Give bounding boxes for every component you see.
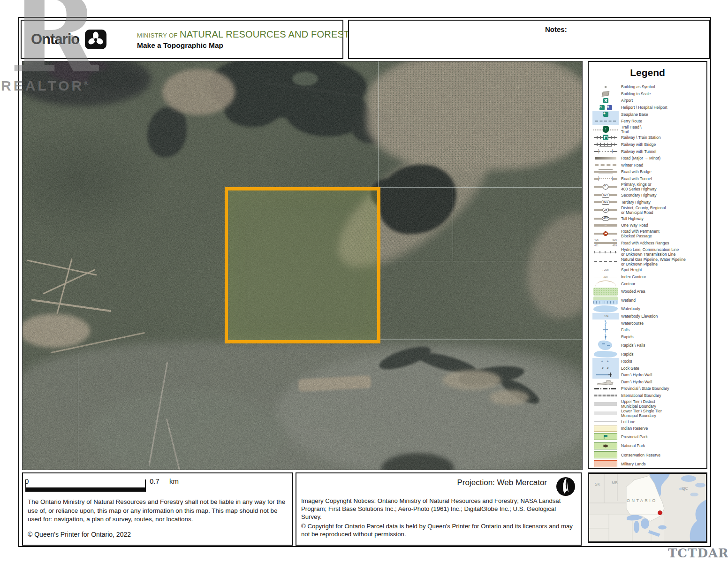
legend-item-label: Contour <box>619 282 635 286</box>
scale-tick <box>25 479 26 492</box>
locator-inset-box: SK MB ONTARIO QC <box>588 472 707 543</box>
upper-tier-icon <box>592 399 619 409</box>
wooded-icon <box>592 287 619 296</box>
legend-item-label: Seaplane Base <box>619 112 648 117</box>
legend-item-label: Road with Bridge <box>619 169 652 174</box>
legend-item: Conservation Reserve <box>592 450 705 460</box>
legend-item-label: Indian Reserve <box>619 426 648 431</box>
legend-item: < <Lock Gate <box>592 365 705 372</box>
legend-item: Building to Scale <box>592 91 705 98</box>
legend-item-label: Provincial Park <box>619 434 648 439</box>
legend-item-label: Wooded Area <box>619 289 645 294</box>
legend-item-label: Road with Address Ranges <box>619 241 669 245</box>
scale-bar <box>26 487 146 492</box>
legend-item: ↑Trail Head \Trail <box>592 125 705 135</box>
legend-item-label: Trail Head \Trail <box>619 125 642 134</box>
legend-item-label: Rocks <box>619 359 632 364</box>
trillium-icon <box>85 30 106 49</box>
legend-item-label: Road (Major → Minor) <box>619 156 660 160</box>
legend-item: Railway with Bridge <box>592 141 705 148</box>
map-sheet: Ontario MINISTRY OF NATURAL RESOURCES AN… <box>0 0 728 563</box>
legend-item-label: National Park <box>619 443 645 448</box>
contour-icon <box>592 280 619 287</box>
legend-item-label: Road with PermanentBlocked Passage <box>619 229 660 238</box>
inset-label-sk: SK <box>595 482 600 487</box>
legend-item: Lower Tier \ Single TierMunicipal Bounda… <box>592 409 705 418</box>
legend-item: Rapids <box>592 350 705 358</box>
hydro-icon <box>592 247 619 257</box>
airport-icon <box>592 97 619 104</box>
legend-item-label: Lock Gate <box>619 366 639 371</box>
ontario-wordmark: Ontario <box>31 31 79 48</box>
legend-item-label: Falls <box>619 327 629 332</box>
legend-item: 28District, County, Regionalor Municipal… <box>592 205 705 215</box>
falls-icon <box>592 327 619 334</box>
legend-item: Winter Road <box>592 161 705 168</box>
seaplane-icon: ✈ <box>592 111 619 118</box>
legend-item: Road (Major → Minor) <box>592 155 705 162</box>
waterbody-elev-icon: . 184 <box>592 313 619 320</box>
building-scale-icon <box>592 91 619 98</box>
waterbody-icon <box>592 305 619 313</box>
locator-map: SK MB ONTARIO QC <box>589 474 706 541</box>
lot-line <box>453 187 453 261</box>
scale-disclaimer-box: 0 0.7 km The Ontario Ministry of Natural… <box>22 472 293 546</box>
legend-item-label: Airport <box>619 98 633 103</box>
legend-item-label: Wetland <box>619 298 636 303</box>
road-blocked-icon <box>592 229 619 239</box>
legend-item: Rapids <box>592 334 705 341</box>
notes-label: Notes: <box>545 25 567 33</box>
legend-item: Provincial \ State Boundary <box>592 385 705 392</box>
rapids-falls-icon <box>592 340 619 350</box>
scale-unit-label: km <box>169 477 179 485</box>
lot-line <box>378 261 582 261</box>
legend-item: Natural Gas Pipeline, Water Pipelineor U… <box>592 257 705 267</box>
lower-tier-icon <box>592 409 619 418</box>
legend-item: International Boundary <box>592 392 705 399</box>
queens-printer-copyright: © Queen's Printer for Ontario, 2022 <box>28 531 131 538</box>
legend-item-label: Tertiary Highway <box>619 200 651 205</box>
legend-item: Lot Line <box>592 418 705 425</box>
legend-item-label: Ferry Route <box>619 119 642 123</box>
legend-item-label: Toll Highway <box>619 216 644 221</box>
legend-item: 7Primary, Kings or400 Series Highway <box>592 182 705 192</box>
road-bridge-icon <box>592 168 619 175</box>
ontario-logo: Ontario <box>22 30 134 49</box>
legend-item: )(Road with Tunnel <box>592 175 705 183</box>
north-arrow-icon <box>555 476 576 497</box>
legend-item-label: Secondary Highway <box>619 193 657 198</box>
indian-reserve-icon <box>592 425 619 432</box>
legend-item-label: Railway with Bridge <box>619 142 656 147</box>
legend-item: Rapids \ Falls <box>592 340 705 350</box>
legend-item: + +Rocks <box>592 358 705 365</box>
railway-tunnel-icon: )( <box>592 148 619 155</box>
legend-item: Road with PermanentBlocked Passage <box>592 229 705 239</box>
building-symbol-icon <box>592 84 619 91</box>
legend-item: Wetland <box>592 296 705 305</box>
legend-item: Wooded Area <box>592 287 705 296</box>
legend-item-label: Upper Tier \ DistrictMunicipal Boundary <box>619 399 656 409</box>
legend-item: Falls <box>592 327 705 334</box>
legend-item: Dam \ Hydro Wall <box>592 372 705 379</box>
legend-item: 524Secondary Highway <box>592 192 705 199</box>
legend-item: Hydro Line, Communication Lineor Unknown… <box>592 247 705 257</box>
legend-item: Contour <box>592 280 705 287</box>
legend-item-label: Railway with Tunnel <box>619 149 656 154</box>
legend-item-label: Heliport \ Hospital Heliport <box>619 105 667 110</box>
inset-label-mb: MB <box>612 480 618 485</box>
ferry-icon <box>592 118 619 125</box>
legend-item-label: Provincial \ State Boundary <box>619 386 669 391</box>
legend-item: 801Tertiary Highway <box>592 198 705 205</box>
lock-gate-icon: < < <box>592 365 619 372</box>
hwy-secondary-icon: 524 <box>592 192 619 199</box>
parcel-boundary <box>225 187 380 343</box>
scale-value-label: 0.7 <box>150 477 159 485</box>
winter-road-icon <box>592 161 619 168</box>
map-viewport <box>22 61 583 470</box>
legend-item: HHHeliport \ Hospital Heliport <box>592 104 705 111</box>
legend-item: 407Toll Highway <box>592 215 705 222</box>
legend-item: ✈Seaplane Base <box>592 111 705 118</box>
heliport-icon: HH <box>592 104 619 111</box>
legend-item-label: Waterbody <box>619 306 640 311</box>
header-branding: Ontario MINISTRY OF NATURAL RESOURCES AN… <box>21 20 343 59</box>
